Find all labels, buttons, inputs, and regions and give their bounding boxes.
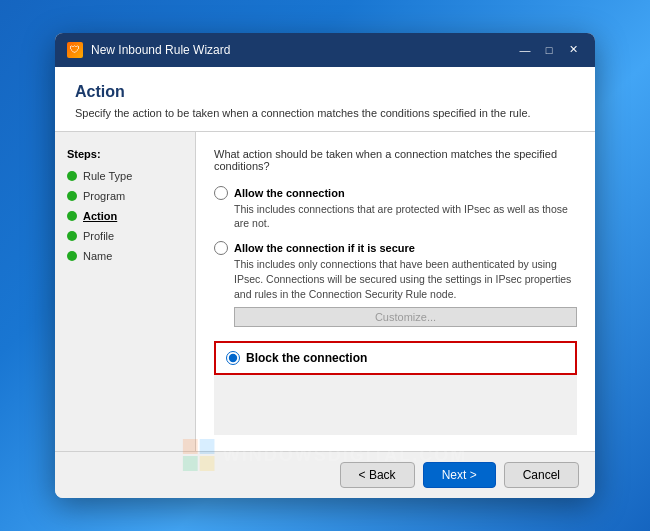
radio-allow[interactable]	[214, 186, 228, 200]
step-dot-action	[67, 211, 77, 221]
steps-label: Steps:	[67, 148, 183, 160]
customize-button[interactable]: Customize...	[234, 307, 577, 327]
action-radio-group: Allow the connection This includes conne…	[214, 186, 577, 375]
app-icon: 🛡	[67, 42, 83, 58]
option-allow: Allow the connection This includes conne…	[214, 186, 577, 231]
step-rule-type: Rule Type	[67, 170, 183, 182]
step-profile: Profile	[67, 230, 183, 242]
dialog-header: Action Specify the action to be taken wh…	[55, 67, 595, 132]
step-dot-profile	[67, 231, 77, 241]
step-label-profile: Profile	[83, 230, 114, 242]
step-dot-name	[67, 251, 77, 261]
step-label-name: Name	[83, 250, 112, 262]
window-title: New Inbound Rule Wizard	[91, 43, 515, 57]
radio-allow-secure-label[interactable]: Allow the connection if it is secure	[234, 242, 415, 254]
back-button[interactable]: < Back	[340, 462, 415, 488]
step-dot-rule-type	[67, 171, 77, 181]
option-block-wrapper: Block the connection	[214, 341, 577, 375]
page-title: Action	[75, 83, 575, 101]
content-spacer	[214, 375, 577, 435]
radio-allow-secure-desc: This includes only connections that have…	[234, 257, 577, 301]
radio-block-label[interactable]: Block the connection	[246, 351, 367, 365]
next-button[interactable]: Next >	[423, 462, 496, 488]
close-button[interactable]: ✕	[563, 40, 583, 60]
radio-allow-desc: This includes connections that are prote…	[234, 202, 577, 231]
step-name: Name	[67, 250, 183, 262]
option-allow-row: Allow the connection	[214, 186, 577, 200]
radio-block[interactable]	[226, 351, 240, 365]
dialog-footer: < Back Next > Cancel	[55, 451, 595, 498]
radio-allow-label[interactable]: Allow the connection	[234, 187, 345, 199]
steps-panel: Steps: Rule Type Program Action Profile …	[55, 132, 195, 451]
dialog-body: Steps: Rule Type Program Action Profile …	[55, 132, 595, 451]
radio-allow-secure[interactable]	[214, 241, 228, 255]
page-description: Specify the action to be taken when a co…	[75, 107, 575, 119]
step-label-program: Program	[83, 190, 125, 202]
minimize-button[interactable]: —	[515, 40, 535, 60]
option-allow-secure: Allow the connection if it is secure Thi…	[214, 241, 577, 327]
window-controls: — □ ✕	[515, 40, 583, 60]
step-label-action: Action	[83, 210, 117, 222]
step-action: Action	[67, 210, 183, 222]
step-label-rule-type: Rule Type	[83, 170, 132, 182]
title-bar: 🛡 New Inbound Rule Wizard — □ ✕	[55, 33, 595, 67]
wizard-dialog: 🛡 New Inbound Rule Wizard — □ ✕ Action S…	[55, 33, 595, 498]
content-panel: What action should be taken when a conne…	[195, 132, 595, 451]
option-allow-secure-row: Allow the connection if it is secure	[214, 241, 577, 255]
step-dot-program	[67, 191, 77, 201]
cancel-button[interactable]: Cancel	[504, 462, 579, 488]
step-program: Program	[67, 190, 183, 202]
maximize-button[interactable]: □	[539, 40, 559, 60]
question-text: What action should be taken when a conne…	[214, 148, 577, 172]
